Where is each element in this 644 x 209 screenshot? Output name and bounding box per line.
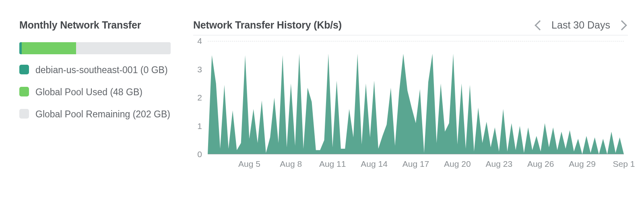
chevron-right-icon [617,20,627,30]
x-tick-label: Aug 11 [319,159,346,169]
y-tick-label: 4 [197,36,202,46]
x-tick-label: Aug 29 [569,159,596,169]
y-tick-label: 2 [197,93,202,102]
panel-title: Monthly Network Transfer [19,19,171,31]
legend-label: Global Pool Used (48 GB) [35,86,142,98]
x-tick-label: Aug 20 [444,159,471,169]
history-panel: Network Transfer History (Kb/s) Last 30 … [193,19,628,170]
legend-item: Global Pool Used (48 GB) [19,86,171,98]
chevron-left-icon [535,20,545,30]
range-next-button[interactable] [616,20,628,31]
legend-label: debian-us-southeast-001 (0 GB) [35,64,168,76]
plot-area [208,41,624,154]
legend-swatch [19,87,29,96]
chart: 01234 Aug 5Aug 8Aug 11Aug 14Aug 17Aug 20… [193,38,628,170]
monthly-transfer-panel: Monthly Network Transfer debian-us-south… [19,19,171,170]
x-tick-label: Aug 5 [238,159,260,169]
x-tick-label: Aug 14 [361,159,388,169]
area-path [208,41,624,154]
x-tick-label: Aug 26 [527,159,554,169]
range-prev-button[interactable] [534,20,546,31]
y-tick-label: 1 [197,121,202,131]
legend-item: Global Pool Remaining (202 GB) [19,108,171,121]
legend-swatch [19,109,29,119]
y-tick-label: 0 [197,150,202,159]
y-tick-label: 3 [197,65,202,74]
usage-bar [19,42,171,54]
range-selector: Last 30 Days [534,19,628,31]
range-label: Last 30 Days [551,19,610,31]
legend-item: debian-us-southeast-001 (0 GB) [19,64,171,76]
x-tick-label: Sep 1 [613,159,635,169]
legend-swatch [19,65,29,74]
y-axis-labels: 01234 [193,41,204,154]
legend-label: Global Pool Remaining (202 GB) [35,108,170,121]
legend: debian-us-southeast-001 (0 GB)Global Poo… [19,64,171,121]
x-axis-labels: Aug 5Aug 8Aug 11Aug 14Aug 17Aug 20Aug 23… [208,157,624,170]
chart-title: Network Transfer History (Kb/s) [193,19,342,31]
usage-bar-global-segment [22,42,76,54]
x-axis-line [208,154,624,154]
x-tick-label: Aug 23 [486,159,513,169]
x-tick-label: Aug 17 [402,159,429,169]
x-tick-label: Aug 8 [280,159,302,169]
